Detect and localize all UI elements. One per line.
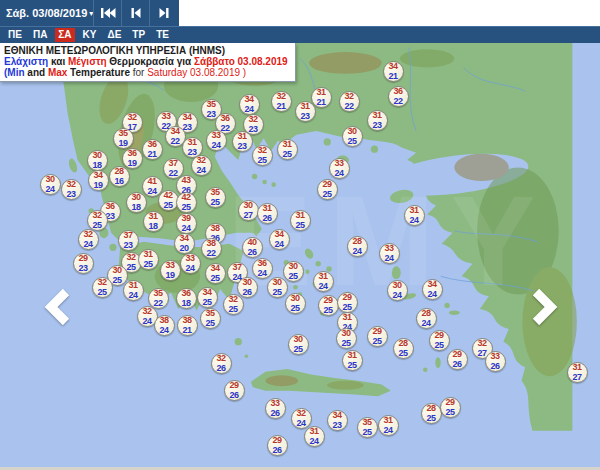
- next-day-icon: [158, 7, 170, 19]
- legend-line-greek: Ελάχιστη και Μέγιστη Θερμοκρασία για Σάβ…: [4, 56, 288, 67]
- legend-line-english: (Min and Max Temperature for Saturday 03…: [4, 67, 288, 78]
- previous-map-arrow[interactable]: [44, 287, 72, 327]
- greece-temperature-map: ΕΜΥ ΕΘΝΙΚΗ ΜΕΤΕΩΡΟΛΟΓΙΚΗ ΥΠΗΡΕΣΙΑ (HNMS)…: [0, 43, 600, 467]
- hnms-weather-app: Σάβ. 03/08/2019 ▾ ΠΕΠΑΣΑΚΥΔΕΤΡΤΕ: [0, 0, 600, 470]
- tab-ΔΕ[interactable]: ΔΕ: [105, 28, 125, 42]
- previous-day-icon: [130, 7, 142, 19]
- tab-ΚΥ[interactable]: ΚΥ: [80, 28, 100, 42]
- next-day-button[interactable]: [149, 0, 177, 26]
- tab-ΠΑ[interactable]: ΠΑ: [30, 28, 50, 42]
- legend-info-box: ΕΘΝΙΚΗ ΜΕΤΕΩΡΟΛΟΓΙΚΗ ΥΠΗΡΕΣΙΑ (HNMS) Ελά…: [0, 43, 296, 82]
- prev-day-button[interactable]: [121, 0, 149, 26]
- first-day-button[interactable]: [93, 0, 121, 26]
- top-toolbar: Σάβ. 03/08/2019 ▾: [0, 0, 600, 26]
- date-dropdown[interactable]: Σάβ. 03/08/2019 ▾: [0, 7, 93, 19]
- hnms-watermark: ΕΜΥ: [227, 170, 551, 312]
- next-map-arrow[interactable]: [530, 287, 558, 327]
- agency-title: ΕΘΝΙΚΗ ΜΕΤΕΩΡΟΛΟΓΙΚΗ ΥΠΗΡΕΣΙΑ (HNMS): [4, 45, 288, 56]
- day-tabs: ΠΕΠΑΣΑΚΥΔΕΤΡΤΕ: [0, 26, 600, 43]
- tab-ΠΕ[interactable]: ΠΕ: [5, 28, 25, 42]
- chevron-left-icon: [44, 287, 72, 327]
- skip-to-first-icon: [100, 7, 116, 19]
- tab-ΣΑ[interactable]: ΣΑ: [55, 28, 74, 42]
- tab-ΤΕ[interactable]: ΤΕ: [153, 28, 172, 42]
- tab-ΤΡ[interactable]: ΤΡ: [129, 28, 148, 42]
- date-label: Σάβ. 03/08/2019: [6, 7, 87, 19]
- chevron-right-icon: [530, 287, 558, 327]
- greece-map-terrain: ΕΜΥ: [0, 43, 600, 467]
- toolbar-navy-section: Σάβ. 03/08/2019 ▾: [0, 0, 179, 26]
